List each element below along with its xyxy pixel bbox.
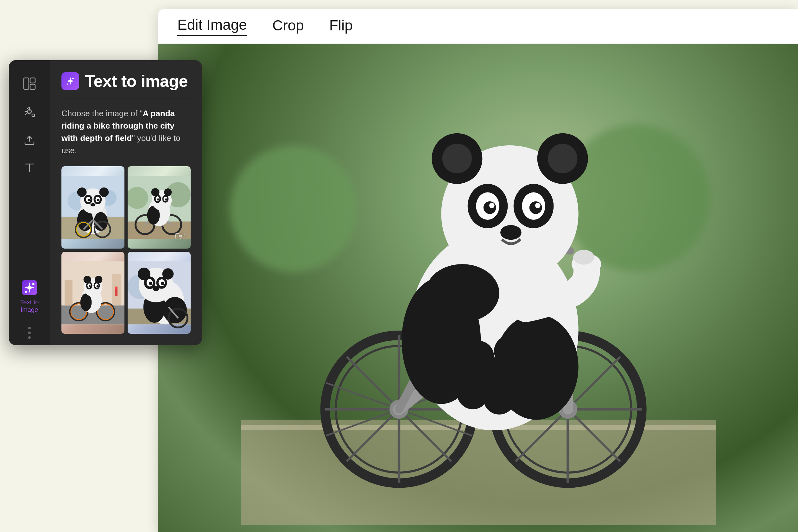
svg-point-76	[88, 199, 90, 202]
panel-title-icon	[61, 72, 79, 90]
svg-point-126	[96, 285, 98, 287]
svg-point-42	[483, 202, 496, 214]
svg-point-104	[151, 188, 159, 196]
image-option-2[interactable]	[128, 166, 191, 249]
svg-point-63	[67, 83, 69, 85]
panel-sparkle-icon	[65, 76, 75, 86]
text-to-image-label: Text to image	[12, 298, 47, 314]
upload-icon	[22, 132, 36, 146]
panel-title-text: Text to image	[85, 72, 188, 91]
main-image-panel: Edit Image Crop Flip	[158, 9, 798, 532]
svg-point-80	[99, 188, 109, 197]
svg-point-127	[83, 276, 91, 283]
svg-point-44	[489, 203, 495, 208]
panda-illustration	[193, 50, 763, 525]
svg-point-51	[423, 350, 454, 373]
image-option-3[interactable]	[61, 252, 125, 334]
dot-3	[28, 336, 31, 339]
svg-point-79	[77, 188, 87, 197]
main-image-area	[158, 44, 798, 532]
sidebar-item-text-to-image[interactable]: Text to image	[9, 273, 50, 321]
svg-point-141	[161, 282, 164, 285]
sidebar-item-layout[interactable]	[9, 70, 50, 97]
prompt-text: A panda riding a bike through the city w…	[61, 109, 175, 143]
panel-description: Choose the image of "A panda riding a bi…	[61, 107, 191, 157]
svg-rect-55	[24, 78, 29, 89]
image-option-4[interactable]	[128, 252, 191, 334]
svg-point-43	[530, 202, 542, 214]
svg-point-78	[91, 203, 96, 207]
toolbar-flip[interactable]: Flip	[329, 17, 353, 36]
svg-point-142	[153, 286, 159, 291]
panda-image-container	[158, 44, 798, 532]
layout-icon	[22, 77, 36, 91]
svg-point-125	[89, 285, 91, 287]
panel-header: Text to image	[61, 72, 191, 91]
svg-point-46	[500, 225, 521, 240]
toolbar: Edit Image Crop Flip	[158, 9, 798, 44]
icon-rail: Text to image	[9, 60, 50, 345]
thumb-1-svg	[61, 166, 125, 249]
svg-point-105	[164, 188, 172, 196]
svg-rect-56	[30, 78, 35, 83]
svg-point-128	[95, 276, 102, 283]
svg-point-60	[32, 283, 35, 285]
thumb-4-svg	[128, 252, 191, 334]
thumb-2-svg	[128, 166, 191, 249]
thumb-3-svg	[61, 252, 125, 334]
svg-point-77	[97, 199, 99, 202]
panel-divider	[61, 99, 191, 99]
more-menu-dots[interactable]	[25, 321, 34, 345]
svg-point-48	[442, 144, 472, 173]
svg-point-53	[573, 250, 594, 265]
sidebar-panel: Text to image Text to image Choose the i…	[9, 60, 202, 345]
dot-2	[28, 331, 31, 334]
image-grid	[61, 166, 191, 334]
content-panel: Text to image Choose the image of "A pan…	[50, 60, 202, 345]
svg-point-61	[25, 291, 27, 293]
svg-point-144	[162, 268, 173, 280]
svg-point-2	[230, 145, 357, 272]
svg-point-54	[425, 264, 499, 322]
svg-point-62	[72, 78, 74, 79]
toolbar-edit-image[interactable]: Edit Image	[177, 16, 247, 36]
sidebar-item-upload[interactable]	[9, 126, 50, 153]
text-icon	[22, 160, 36, 174]
dot-1	[28, 327, 31, 329]
svg-point-50	[548, 144, 577, 173]
panda-background	[158, 44, 798, 532]
svg-rect-59	[32, 114, 35, 116]
elements-icon	[22, 104, 36, 118]
sidebar-item-elements[interactable]	[9, 97, 50, 126]
svg-point-143	[138, 268, 150, 280]
svg-point-45	[535, 203, 540, 208]
image-option-1[interactable]	[61, 166, 125, 249]
toolbar-crop[interactable]: Crop	[272, 17, 304, 36]
svg-point-111	[115, 287, 117, 289]
svg-rect-57	[30, 84, 35, 89]
sidebar-item-text[interactable]	[9, 153, 50, 181]
svg-point-140	[149, 282, 152, 285]
svg-rect-0	[241, 420, 716, 525]
sparkle-icon	[22, 281, 36, 294]
svg-point-102	[157, 198, 159, 201]
svg-point-103	[165, 198, 167, 201]
svg-rect-108	[64, 280, 73, 305]
text-to-image-icon-bg	[22, 280, 37, 295]
